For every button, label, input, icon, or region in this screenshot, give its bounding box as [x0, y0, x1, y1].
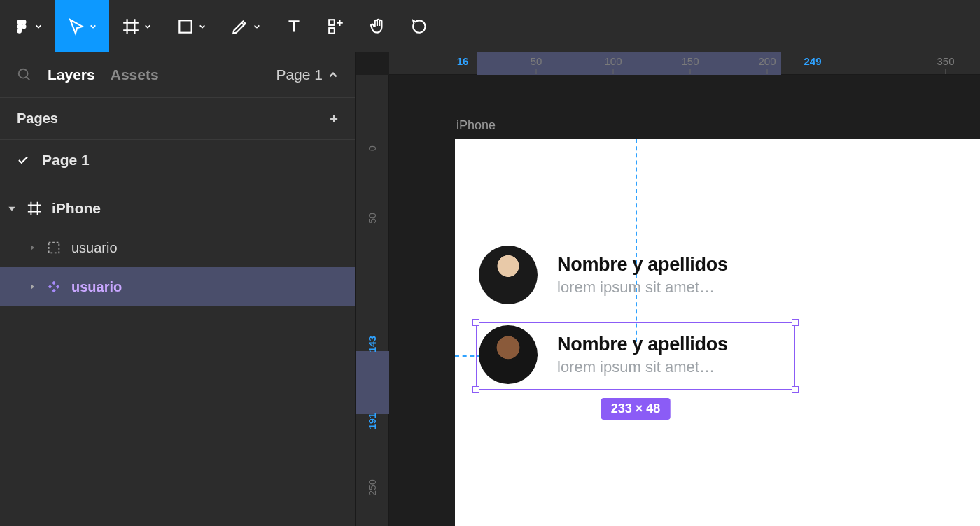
svg-rect-1 — [329, 20, 335, 25]
page-name: Page 1 — [42, 152, 90, 169]
ruler-tick-label: 16 — [457, 55, 469, 67]
canvas[interactable]: iPhone Nombre y apellidos lorem ipsum si… — [389, 75, 980, 526]
user-name: Nombre y apellidos — [557, 254, 728, 276]
ruler-tick-label: 200 — [758, 55, 776, 67]
ruler-tick-label: 143 — [367, 327, 378, 361]
search-icon[interactable] — [17, 67, 32, 83]
ruler-tick-label: 50 — [531, 55, 542, 67]
chevron-down-icon — [144, 23, 151, 30]
layer-name: usuario — [71, 279, 122, 295]
frame-dashed-icon — [46, 240, 62, 255]
pen-tool-button[interactable] — [218, 0, 273, 52]
pages-section-header: Pages + — [0, 98, 355, 140]
ruler-tick-label: 150 — [681, 55, 699, 67]
ruler-tick-label: 50 — [367, 201, 378, 235]
ruler-tick-label: 100 — [604, 55, 622, 67]
canvas-area: 16 50 100 150 200 249 350 0 50 143 191 2… — [356, 52, 980, 526]
chevron-down-icon — [199, 23, 206, 30]
page-dropdown[interactable]: Page 1 — [276, 66, 338, 83]
selection-handle[interactable] — [792, 319, 799, 326]
shape-tool-button[interactable] — [164, 0, 218, 52]
selection-handle[interactable] — [472, 386, 479, 393]
resources-icon — [327, 17, 345, 36]
tab-layers[interactable]: Layers — [48, 66, 95, 83]
ruler-highlight — [477, 52, 781, 75]
layer-frame-row[interactable]: iPhone — [0, 189, 355, 228]
ruler-tick-label: 250 — [367, 471, 378, 504]
caret-down-icon — [7, 204, 17, 213]
ruler-tick-label: 350 — [937, 55, 954, 67]
svg-rect-2 — [329, 28, 335, 34]
panel-tabs: Layers Assets Page 1 — [0, 52, 355, 98]
user-subtitle: lorem ipsum sit amet… — [557, 278, 728, 297]
frame-tool-button[interactable] — [109, 0, 164, 52]
ruler-tick-label: 191 — [367, 404, 378, 438]
text-tool-button[interactable] — [273, 0, 315, 52]
chevron-down-icon — [90, 23, 97, 30]
svg-rect-0 — [179, 20, 191, 32]
chevron-down-icon — [35, 23, 42, 30]
selection-bounds[interactable] — [476, 322, 795, 390]
chevron-up-icon — [328, 70, 338, 80]
check-icon — [17, 154, 29, 166]
layer-name: usuario — [71, 240, 118, 256]
component-icon — [46, 279, 62, 294]
hand-tool-button[interactable] — [357, 0, 399, 52]
figma-menu-button[interactable] — [0, 0, 55, 52]
layer-row-selected[interactable]: usuario — [0, 267, 355, 306]
frame-icon — [27, 201, 42, 216]
user-card-text: Nombre y apellidos lorem ipsum sit amet… — [557, 254, 728, 297]
tab-assets[interactable]: Assets — [111, 66, 159, 83]
selection-handle[interactable] — [792, 386, 799, 393]
avatar — [479, 246, 538, 304]
layer-row[interactable]: usuario — [0, 228, 355, 267]
resources-button[interactable] — [315, 0, 357, 52]
pen-icon — [231, 17, 249, 36]
chevron-down-icon — [253, 23, 260, 30]
caret-right-icon — [28, 283, 36, 291]
selection-handle[interactable] — [472, 319, 479, 326]
frame-name: iPhone — [52, 200, 101, 217]
user-card[interactable]: Nombre y apellidos lorem ipsum sit amet… — [479, 246, 728, 304]
text-icon — [285, 17, 303, 36]
rectangle-icon — [176, 17, 195, 36]
cursor-icon — [67, 17, 85, 36]
page-dropdown-label: Page 1 — [276, 66, 323, 83]
caret-right-icon — [28, 243, 36, 252]
left-panel: Layers Assets Page 1 Pages + Page 1 iPho… — [0, 52, 356, 526]
add-page-button[interactable]: + — [330, 112, 338, 126]
comment-tool-button[interactable] — [399, 0, 441, 52]
toolbar — [0, 0, 980, 52]
move-tool-button[interactable] — [55, 0, 109, 52]
ruler-tick-label: 0 — [367, 132, 378, 165]
page-row[interactable]: Page 1 — [0, 140, 355, 180]
selection-dimensions: 233 × 48 — [601, 398, 671, 420]
frame-icon — [122, 17, 140, 36]
svg-rect-4 — [49, 243, 59, 253]
svg-point-3 — [19, 69, 28, 78]
pages-title: Pages — [17, 111, 58, 127]
comment-icon — [411, 17, 429, 36]
hand-icon — [369, 17, 387, 36]
guide-vertical — [636, 139, 637, 349]
ruler-tick-label: 249 — [804, 55, 821, 67]
figma-logo-icon — [13, 17, 31, 36]
frame-title[interactable]: iPhone — [456, 118, 496, 133]
horizontal-ruler[interactable]: 16 50 100 150 200 249 350 — [389, 52, 980, 75]
vertical-ruler[interactable]: 0 50 143 191 250 — [356, 75, 389, 526]
